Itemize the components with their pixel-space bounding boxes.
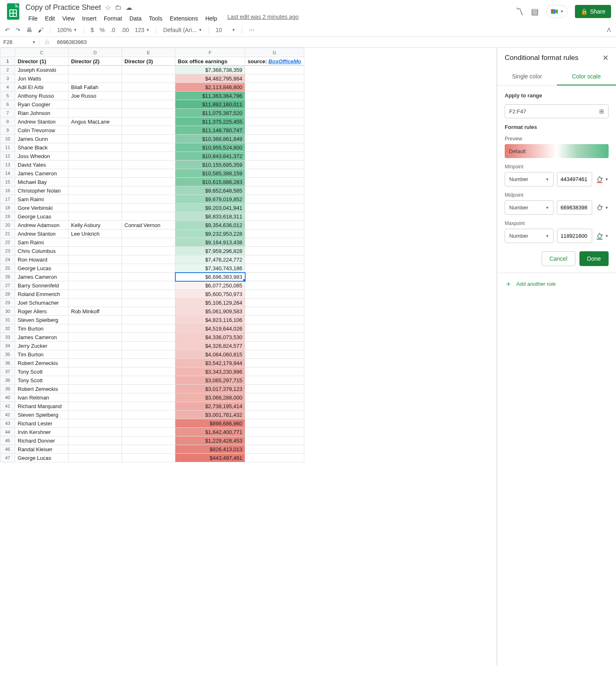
cell[interactable] <box>245 333 304 342</box>
cell[interactable]: $4,084,060,815 <box>175 350 245 359</box>
cell[interactable] <box>122 92 175 100</box>
cell[interactable] <box>122 445 175 454</box>
cell[interactable]: $9,232,953,228 <box>175 230 245 238</box>
cell[interactable] <box>245 100 304 109</box>
cell[interactable]: Angus MacLane <box>69 117 122 126</box>
tab-color-scale[interactable]: Color scale <box>557 68 616 85</box>
cell[interactable]: $3,065,297,715 <box>175 376 245 385</box>
cell[interactable] <box>245 376 304 385</box>
midpoint-type-select[interactable]: Number▼ <box>505 200 554 215</box>
cell[interactable]: $8,833,618,311 <box>175 212 245 221</box>
cell[interactable] <box>245 359 304 367</box>
cell[interactable] <box>122 195 175 204</box>
row-header[interactable]: 42 <box>0 411 15 419</box>
cell[interactable] <box>122 169 175 178</box>
number-format-select[interactable]: 123 ▼ <box>135 27 149 33</box>
cell[interactable] <box>69 342 122 350</box>
cell[interactable] <box>69 385 122 393</box>
cell[interactable] <box>122 255 175 264</box>
minpoint-type-select[interactable]: Number▼ <box>505 172 554 186</box>
cell[interactable] <box>245 307 304 316</box>
cell[interactable] <box>245 74 304 83</box>
row-header[interactable]: 43 <box>0 419 15 428</box>
cell[interactable] <box>122 359 175 367</box>
row-header[interactable]: 39 <box>0 385 15 393</box>
add-rule-button[interactable]: ＋ Add another rule <box>497 273 616 294</box>
col-header-g[interactable]: G <box>245 48 304 57</box>
cell[interactable] <box>122 393 175 402</box>
cell[interactable] <box>245 169 304 178</box>
row-header[interactable]: 40 <box>0 393 15 402</box>
grid-select-icon[interactable]: ⊞ <box>599 108 604 115</box>
menu-tools[interactable]: Tools <box>146 14 165 23</box>
row-header[interactable]: 29 <box>0 298 15 307</box>
row-header[interactable]: 6 <box>0 100 15 109</box>
row-header[interactable]: 26 <box>0 273 15 281</box>
menu-help[interactable]: Help <box>202 14 220 23</box>
row-header[interactable]: 4 <box>0 83 15 92</box>
cell[interactable] <box>69 204 122 212</box>
row-header[interactable]: 35 <box>0 350 15 359</box>
cell[interactable] <box>245 92 304 100</box>
cell[interactable] <box>69 411 122 419</box>
cell[interactable]: $11,375,225,455 <box>175 117 245 126</box>
cell[interactable]: Ron Howard <box>15 255 69 264</box>
cell[interactable]: $3,001,761,432 <box>175 411 245 419</box>
tab-single-color[interactable]: Single color <box>497 68 557 85</box>
cell[interactable]: Andrew Stanton <box>15 117 69 126</box>
cell[interactable]: $9,679,019,852 <box>175 195 245 204</box>
cell[interactable] <box>69 359 122 367</box>
cell[interactable] <box>245 281 304 290</box>
cell[interactable] <box>245 342 304 350</box>
cell[interactable] <box>122 436 175 445</box>
cell[interactable] <box>69 135 122 143</box>
cell[interactable]: George Lucas <box>15 454 69 462</box>
cell[interactable] <box>122 290 175 298</box>
row-header[interactable]: 47 <box>0 454 15 462</box>
cell[interactable] <box>122 100 175 109</box>
spreadsheet-grid[interactable]: C D E F G 1 Director (1) Director (2) Di… <box>0 48 497 665</box>
cell[interactable] <box>122 411 175 419</box>
cell[interactable]: Kelly Asbury <box>69 221 122 230</box>
cell[interactable] <box>245 230 304 238</box>
menu-format[interactable]: Format <box>101 14 125 23</box>
cell[interactable] <box>245 454 304 462</box>
cell[interactable]: Christopher Nolan <box>15 186 69 195</box>
cell[interactable] <box>69 428 122 436</box>
cell[interactable] <box>69 367 122 376</box>
cell[interactable] <box>245 247 304 255</box>
cell[interactable]: $11,363,364,796 <box>175 92 245 100</box>
cell[interactable] <box>245 238 304 247</box>
cell[interactable] <box>245 152 304 161</box>
minpoint-value-input[interactable] <box>557 172 592 186</box>
cell[interactable] <box>69 178 122 186</box>
cell[interactable]: $3,542,179,944 <box>175 359 245 367</box>
collapse-toolbar-icon[interactable]: ᐱ <box>607 27 611 33</box>
row-header[interactable]: 10 <box>0 135 15 143</box>
row-header[interactable]: 8 <box>0 117 15 126</box>
row-header[interactable]: 19 <box>0 212 15 221</box>
cell[interactable] <box>69 290 122 298</box>
cell[interactable] <box>122 264 175 273</box>
cell[interactable] <box>245 161 304 169</box>
cell[interactable]: Tony Scott <box>15 376 69 385</box>
cell[interactable]: $9,164,913,438 <box>175 238 245 247</box>
cell[interactable] <box>122 230 175 238</box>
cell[interactable]: Sam Raimi <box>15 238 69 247</box>
row-header[interactable]: 18 <box>0 204 15 212</box>
cell[interactable]: $10,843,641,372 <box>175 152 245 161</box>
row-header[interactable]: 24 <box>0 255 15 264</box>
name-box[interactable]: F26▼ <box>0 39 39 45</box>
cell[interactable] <box>69 186 122 195</box>
row-header[interactable]: 28 <box>0 290 15 298</box>
midpoint-color-picker[interactable]: ▼ <box>595 204 609 212</box>
cell[interactable] <box>245 195 304 204</box>
cell[interactable] <box>69 100 122 109</box>
cell[interactable]: $11,892,160,011 <box>175 100 245 109</box>
last-edit-link[interactable]: Last edit was 2 minutes ago <box>228 14 299 23</box>
row-header[interactable]: 31 <box>0 316 15 324</box>
midpoint-value-input[interactable] <box>557 200 592 215</box>
cell[interactable]: Robert Zemeckis <box>15 385 69 393</box>
cell[interactable] <box>122 316 175 324</box>
cell[interactable]: $4,326,824,577 <box>175 342 245 350</box>
